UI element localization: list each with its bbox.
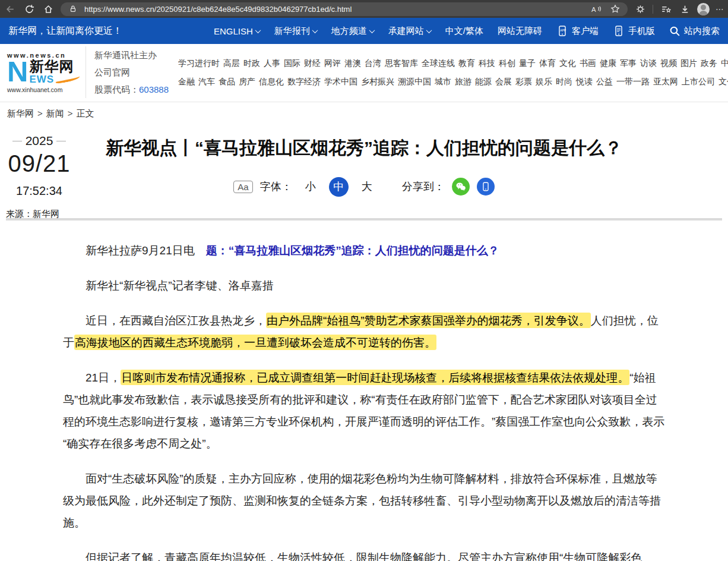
font-aa-icon[interactable]: Aa xyxy=(233,181,252,193)
nav-link[interactable]: 军事 xyxy=(620,54,637,73)
nav-link[interactable]: 食品 xyxy=(219,73,235,91)
svg-text:APP: APP xyxy=(560,29,566,32)
nav-link[interactable]: 文化 xyxy=(559,54,576,73)
nav-link[interactable]: 人事 xyxy=(264,54,280,73)
topbar-menu[interactable]: 地方频道 xyxy=(331,26,374,37)
org-line: 公司官网 xyxy=(94,64,169,81)
font-size-small-button[interactable]: 小 xyxy=(299,179,322,194)
nav-link[interactable]: 台湾 xyxy=(365,54,381,73)
nav-link[interactable]: 全球连线 xyxy=(422,54,455,73)
favorites-bar-icon[interactable] xyxy=(659,2,672,15)
app-client-link[interactable]: APP 客户端 xyxy=(556,25,599,37)
nav-link[interactable]: 网评 xyxy=(324,54,341,73)
paragraph-text: 面对“生态破坏风险”的质疑，主办方回应称，使用的烟花彩色粉均为生物可降解材料，排… xyxy=(63,472,661,529)
org-info: 新华通讯社主办 公司官网 股票代码：603888 xyxy=(86,46,169,99)
article-paragraph: 但据记者了解，青藏高原年均温较低，生物活性较低，限制生物降解能力。尽管主办方宣称… xyxy=(63,547,665,561)
nav-link[interactable]: 时政 xyxy=(243,54,260,73)
nav-link[interactable]: 乡村振兴 xyxy=(361,73,394,91)
nav-link[interactable]: 城市 xyxy=(435,73,451,91)
nav-link[interactable]: 能源 xyxy=(475,73,492,91)
org-line: 新华通讯社主办 xyxy=(94,46,169,64)
nav-link[interactable]: 悦读 xyxy=(576,73,593,91)
topbar-menu[interactable]: 网站无障碍 xyxy=(498,26,542,37)
favorite-star-icon[interactable] xyxy=(609,2,622,15)
nav-link[interactable]: 娱乐 xyxy=(536,73,552,91)
date-year: 2025 xyxy=(6,134,72,148)
read-aloud-icon[interactable]: A xyxy=(590,2,603,15)
nav-link[interactable]: 数字经济 xyxy=(287,73,321,91)
nav-link[interactable]: 一带一路 xyxy=(616,73,650,91)
nav-link[interactable]: 金融 xyxy=(178,73,195,91)
nav-link[interactable]: 科创 xyxy=(499,54,515,73)
nav-link[interactable]: 房产 xyxy=(239,73,255,91)
stock-code[interactable]: 603888 xyxy=(139,84,169,94)
nav-link[interactable]: 量子 xyxy=(519,54,536,73)
xinhuanet-logo[interactable]: www.news.cn N 新华网 EWS www.xinhuanet.com xyxy=(7,52,80,93)
nav-link[interactable]: 学术中国 xyxy=(324,73,357,91)
nav-link[interactable]: 彩票 xyxy=(515,73,532,91)
nav-link[interactable]: 书画 xyxy=(580,54,596,73)
nav-link[interactable]: 上市公司 xyxy=(682,73,715,91)
nav-link[interactable]: 会展 xyxy=(495,73,512,91)
share-wechat-button[interactable] xyxy=(452,178,470,196)
nav-link[interactable]: 高层 xyxy=(223,54,240,73)
url-text[interactable]: https://www.news.cn/20250921/c8eb624e8e5… xyxy=(84,5,352,14)
topbar-menu[interactable]: ENGLISH xyxy=(214,26,260,36)
nav-link[interactable]: 汽车 xyxy=(198,73,215,91)
site-header: www.news.cn N 新华网 EWS www.xinhuanet.com … xyxy=(0,44,728,102)
article-header: 2025 09/21 17:52:34 来源：新华网 新华视点丨“喜马拉雅山区烟… xyxy=(0,123,728,211)
nav-link[interactable]: 学习进行时 xyxy=(178,54,220,73)
mobile-phone-icon xyxy=(613,25,625,37)
nav-link[interactable]: 科技 xyxy=(479,54,495,73)
nav-link[interactable]: 港澳 xyxy=(344,54,361,73)
breadcrumb-item[interactable]: 新华网 xyxy=(7,108,34,118)
nav-link[interactable]: 旅游 xyxy=(455,73,471,91)
highlighted-text: 高海拔地区的西藏生态环境脆弱，一旦遭到破坏会造成不可逆转的伤害。 xyxy=(74,335,436,350)
nav-link[interactable]: 时尚 xyxy=(556,73,572,91)
nav-link[interactable]: 亚太网 xyxy=(653,73,678,91)
topbar-menu[interactable]: 中文/繁体 xyxy=(445,26,483,37)
nav-link[interactable]: 政务 xyxy=(701,54,717,73)
topbar-menu[interactable]: 承建网站 xyxy=(388,26,431,37)
nav-link[interactable]: 信息化 xyxy=(259,73,284,91)
site-slogan-link[interactable]: 新华网，让新闻离你更近！ xyxy=(8,25,122,37)
topbar-menus: ENGLISH新华报刊地方频道承建网站中文/繁体网站无障碍 APP 客户端 手机… xyxy=(214,25,720,37)
extensions-icon[interactable] xyxy=(634,2,647,15)
nav-link[interactable]: 图片 xyxy=(680,54,697,73)
site-search-button[interactable]: 站内搜索 xyxy=(669,26,720,37)
nav-link[interactable]: 中央文件 xyxy=(721,54,728,73)
back-icon[interactable] xyxy=(4,2,17,15)
home-icon[interactable] xyxy=(42,2,55,15)
breadcrumb-item[interactable]: 新闻 xyxy=(46,108,64,118)
article-body: 新华社拉萨9月21日电 题：“喜马拉雅山区烟花秀”追踪：人们担忧的问题是什么？新… xyxy=(0,220,728,561)
nav-link[interactable]: 溯源中国 xyxy=(398,73,431,91)
nav-link[interactable]: 教育 xyxy=(458,54,475,73)
nav-link[interactable]: 思客智库 xyxy=(385,54,418,73)
more-menu-icon[interactable]: ⋯ xyxy=(716,4,724,14)
refresh-icon[interactable] xyxy=(23,2,36,15)
nav-link[interactable]: 访谈 xyxy=(640,54,657,73)
app-phone-icon: APP xyxy=(556,25,568,37)
nav-link[interactable]: 视频 xyxy=(660,54,677,73)
lock-icon[interactable] xyxy=(67,2,80,15)
nav-link[interactable]: 财经 xyxy=(304,54,321,73)
url-bar[interactable]: https://www.news.cn/20250921/c8eb624e8e5… xyxy=(61,2,628,16)
article-paragraph: 新华社拉萨9月21日电 题：“喜马拉雅山区烟花秀”追踪：人们担忧的问题是什么？ xyxy=(63,239,665,261)
share-mobile-button[interactable] xyxy=(477,178,495,196)
source-link[interactable]: 新华网 xyxy=(33,209,59,219)
font-size-large-button[interactable]: 大 xyxy=(356,179,378,194)
chevron-down-icon xyxy=(369,27,375,33)
nav-link[interactable]: 健康 xyxy=(600,54,616,73)
source: 来源：新华网 xyxy=(6,209,72,220)
nav-link[interactable]: 文化产业 xyxy=(718,73,728,91)
nav-link[interactable]: 公益 xyxy=(596,73,613,91)
svg-text:A: A xyxy=(591,5,596,12)
page-title: 新华视点丨“喜马拉雅山区烟花秀”追踪：人们担忧的问题是什么？ xyxy=(83,136,645,160)
downloads-icon[interactable] xyxy=(678,2,691,15)
profile-avatar[interactable] xyxy=(697,3,710,15)
mobile-version-link[interactable]: 手机版 xyxy=(613,25,655,37)
nav-link[interactable]: 国际 xyxy=(284,54,300,73)
nav-link[interactable]: 体育 xyxy=(539,54,556,73)
font-size-medium-button[interactable]: 中 xyxy=(329,177,349,197)
topbar-menu[interactable]: 新华报刊 xyxy=(274,26,317,37)
